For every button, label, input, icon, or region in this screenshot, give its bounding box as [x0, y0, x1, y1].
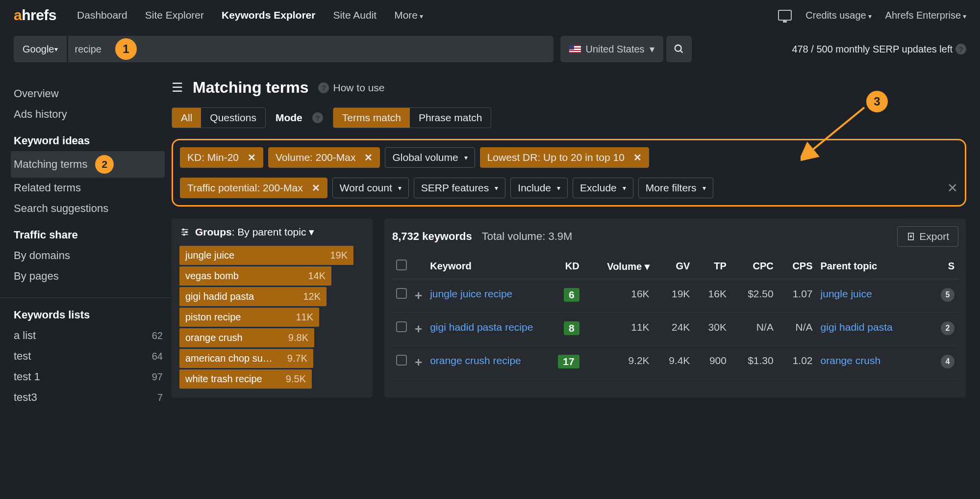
sidebar-by-pages[interactable]: By pages: [14, 266, 172, 287]
close-icon[interactable]: ✕: [633, 152, 642, 163]
parent-link[interactable]: gigi hadid pasta: [821, 321, 893, 333]
group-bar[interactable]: gigi hadid pasta12K: [179, 287, 327, 306]
country-label: United States: [586, 44, 645, 55]
serp-pill[interactable]: 5: [941, 288, 955, 302]
seg-all-questions: All Questions: [172, 107, 266, 128]
col-volume[interactable]: Volume ▾: [583, 254, 653, 279]
filter-word-count[interactable]: Word count: [332, 178, 409, 198]
close-icon[interactable]: ✕: [312, 182, 320, 194]
serp-pill[interactable]: 4: [941, 355, 955, 368]
svg-line-1: [680, 51, 682, 53]
seg-all[interactable]: All: [172, 108, 201, 128]
col-tp[interactable]: TP: [694, 254, 730, 279]
download-icon: [906, 232, 915, 241]
plan-selector[interactable]: Ahrefs Enterprise: [885, 10, 966, 21]
sidebar-related-terms[interactable]: Related terms: [14, 178, 172, 198]
sidebar-section-lists: Keywords lists: [14, 309, 172, 321]
table-row: +gigi hadid pasta recipe811K24K30KN/AN/A…: [392, 313, 958, 346]
engine-select[interactable]: Google: [14, 36, 67, 62]
col-cpc[interactable]: CPC: [730, 254, 778, 279]
searchbar: Google recipe 1 United States ▾ 478 / 50…: [14, 34, 966, 64]
keyword-link[interactable]: orange crush recipe: [430, 355, 521, 366]
seg-questions[interactable]: Questions: [201, 108, 265, 128]
close-icon[interactable]: ✕: [364, 152, 373, 163]
filter-include[interactable]: Include: [510, 178, 568, 198]
expand-icon[interactable]: +: [415, 355, 422, 369]
checkbox[interactable]: [396, 355, 407, 366]
close-icon[interactable]: ✕: [248, 152, 256, 163]
credits-usage[interactable]: Credits usage: [805, 10, 871, 21]
hamburger-icon[interactable]: ☰: [172, 80, 183, 95]
sidebar-list-item[interactable]: test 197: [14, 367, 172, 387]
total-volume: Total volume: 3.9M: [482, 230, 573, 243]
kd-badge: 6: [564, 288, 579, 302]
filter-exclude[interactable]: Exclude: [573, 178, 633, 198]
sliders-icon[interactable]: [179, 228, 190, 236]
search-button[interactable]: [666, 36, 692, 62]
help-icon[interactable]: ?: [955, 44, 966, 54]
expand-icon[interactable]: +: [415, 321, 422, 336]
seg-terms-match[interactable]: Terms match: [333, 108, 410, 128]
group-bar[interactable]: piston recipe11K: [179, 308, 319, 327]
help-icon[interactable]: ?: [312, 112, 323, 123]
sidebar-section-traffic: Traffic share: [14, 229, 172, 241]
sidebar-ads-history[interactable]: Ads history: [14, 104, 172, 125]
table-row: +orange crush recipe179.2K9.4K900$1.301.…: [392, 346, 958, 379]
filter-kd[interactable]: KD: Min-20✕: [180, 147, 263, 168]
sidebar-by-domains[interactable]: By domains: [14, 245, 172, 266]
sidebar-list-item[interactable]: test37: [14, 387, 172, 408]
nav-dashboard[interactable]: Dashboard: [70, 5, 134, 25]
kd-badge: 8: [564, 321, 579, 335]
group-bar[interactable]: orange crush9.8K: [179, 328, 314, 347]
group-bar[interactable]: vegas bomb14K: [179, 266, 331, 286]
filter-serp-features[interactable]: SERP features: [414, 178, 506, 198]
parent-link[interactable]: jungle juice: [821, 288, 872, 299]
col-parent[interactable]: Parent topic: [817, 254, 929, 279]
svg-line-2: [810, 107, 864, 152]
col-kd[interactable]: KD: [543, 254, 583, 279]
keyword-link[interactable]: gigi hadid pasta recipe: [430, 321, 533, 333]
expand-icon[interactable]: +: [415, 288, 422, 303]
country-select[interactable]: United States ▾: [560, 36, 663, 62]
seg-phrase-match[interactable]: Phrase match: [410, 108, 491, 128]
export-button[interactable]: Export: [897, 226, 958, 247]
nav-keywords-explorer[interactable]: Keywords Explorer: [215, 5, 322, 25]
svg-point-0: [675, 45, 681, 52]
filter-traffic-potential[interactable]: Traffic potential: 200-Max✕: [180, 178, 327, 198]
annotation-1: 1: [115, 38, 137, 60]
col-cps[interactable]: CPS: [778, 254, 817, 279]
filter-lowest-dr[interactable]: Lowest DR: Up to 20 in top 10✕: [480, 147, 649, 168]
monitor-icon[interactable]: [778, 10, 792, 21]
help-icon: ?: [318, 82, 329, 93]
sidebar-search-suggestions[interactable]: Search suggestions: [14, 198, 172, 219]
results-table: 8,732 keywords Total volume: 3.9M Export…: [384, 218, 966, 398]
col-s[interactable]: S: [928, 254, 958, 279]
sidebar-list-item[interactable]: a list62: [14, 325, 172, 346]
parent-link[interactable]: orange crush: [821, 355, 881, 366]
group-bar[interactable]: american chop su…9.7K: [179, 349, 313, 368]
serp-pill[interactable]: 2: [941, 321, 955, 335]
sidebar-overview[interactable]: Overview: [14, 83, 172, 104]
sidebar-matching-terms[interactable]: Matching terms 2: [11, 151, 165, 178]
filter-more[interactable]: More filters: [638, 178, 713, 198]
how-to-use[interactable]: ? How to use: [318, 82, 384, 94]
group-bar[interactable]: jungle juice19K: [179, 246, 353, 265]
checkbox-all[interactable]: [396, 260, 407, 270]
filter-global-volume[interactable]: Global volume: [385, 147, 475, 168]
col-gv[interactable]: GV: [653, 254, 694, 279]
sidebar-list-item[interactable]: test64: [14, 346, 172, 367]
col-keyword[interactable]: Keyword: [426, 254, 543, 279]
clear-filters-icon[interactable]: ✕: [947, 181, 958, 196]
filter-volume[interactable]: Volume: 200-Max✕: [268, 147, 380, 168]
logo[interactable]: ahrefs: [14, 7, 56, 24]
seg-mode: Terms match Phrase match: [333, 107, 492, 128]
group-bar[interactable]: white trash recipe9.5K: [179, 369, 312, 389]
search-input[interactable]: recipe 1: [68, 36, 553, 62]
keyword-link[interactable]: jungle juice recipe: [430, 288, 512, 299]
checkbox[interactable]: [396, 321, 407, 332]
checkbox[interactable]: [396, 288, 407, 299]
nav-more[interactable]: More: [387, 5, 430, 25]
nav-site-explorer[interactable]: Site Explorer: [138, 5, 211, 25]
nav-site-audit[interactable]: Site Audit: [326, 5, 383, 25]
search-query-text: recipe: [75, 44, 101, 55]
